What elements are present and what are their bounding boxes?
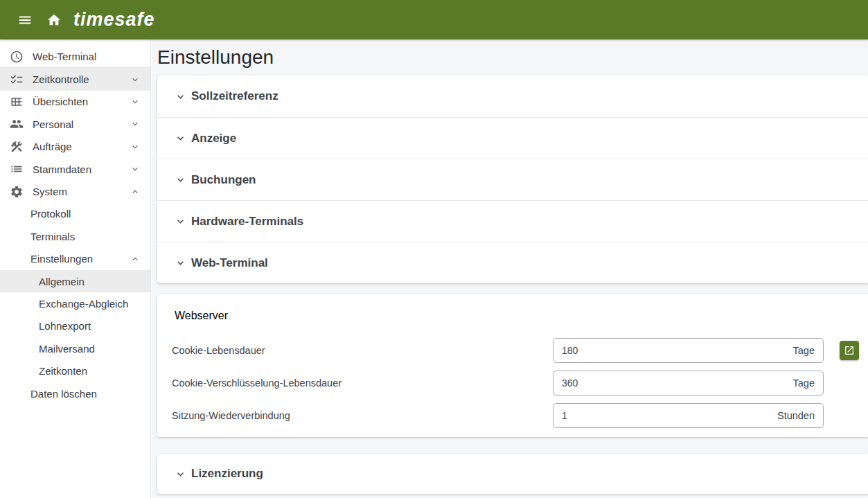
sidebar-item-uebersichten[interactable]: Übersichten [0,91,150,113]
form-row-cookie-lebensdauer: Cookie-Lebensdauer Tage [157,338,868,363]
section-anzeige[interactable]: Anzeige [157,117,868,159]
grid-icon [10,95,24,109]
sidebar-item-allgemein[interactable]: Allgemein [0,270,150,292]
sidebar-item-einstellungen[interactable]: Einstellungen [0,248,150,270]
section-sollzeitreferenz[interactable]: Sollzeitreferenz [157,75,868,117]
clock-icon [10,50,24,64]
chevron-down-icon [130,118,141,130]
open-in-new-icon [844,345,855,356]
section-title: Sollzeitreferenz [191,89,278,103]
form-row-cookie-verschluesselung: Cookie-Verschlüsselung-Lebensdauer Tage [157,371,868,395]
chevron-up-icon [130,254,141,265]
sidebar-item-label: Einstellungen [30,253,130,265]
app-header: timesafe [0,0,868,39]
field-label: Cookie-Lebensdauer [157,345,553,356]
chevron-down-icon [130,74,141,85]
list-icon [10,162,24,176]
sidebar-item-label: Protokoll [30,208,141,220]
cookie-lifetime-input[interactable] [553,338,824,363]
sidebar-item-web-terminal[interactable]: Web-Terminal [0,46,150,68]
open-in-new-button[interactable] [840,341,859,360]
sidebar-item-exchange-abgleich[interactable]: Exchange-Abgleich [0,292,150,314]
chevron-down-icon [130,96,141,107]
chevron-down-icon [130,141,141,152]
chevron-down-icon [175,132,186,144]
section-title: Anzeige [191,132,236,145]
sidebar-item-label: Allgemein [39,276,141,287]
tools-icon [10,140,24,154]
sidebar-item-protokoll[interactable]: Protokoll [0,203,150,225]
sidebar-item-label: Zeitkonten [39,365,141,377]
section-title: Hardware-Terminals [191,215,303,229]
hamburger-menu-icon[interactable] [15,10,35,30]
field-label: Cookie-Verschlüsselung-Lebensdauer [157,377,553,389]
lizenzierung-card: Lizenzierung [157,454,868,494]
settings-sections-card: Sollzeitreferenz Anzeige Buchungen Hardw… [157,75,868,283]
session-reconnect-input-group: Stunden [553,403,824,428]
sidebar-item-label: Web-Terminal [33,51,141,62]
app-logo[interactable]: timesafe [73,9,155,30]
section-lizenzierung[interactable]: Lizenzierung [157,454,868,494]
gear-icon [10,185,24,199]
chevron-down-icon [175,91,186,103]
sidebar-item-terminals[interactable]: Terminals [0,225,150,247]
sidebar-item-label: Exchange-Abgleich [39,298,141,310]
section-buchungen[interactable]: Buchungen [157,159,868,200]
chevron-down-icon [175,257,186,269]
section-title: Buchungen [191,173,256,187]
chevron-up-icon [130,186,141,197]
sidebar-item-lohnexport[interactable]: Lohnexport [0,315,150,337]
section-title: Webserver [175,310,228,322]
session-reconnect-input[interactable] [553,403,824,428]
sidebar-item-mailversand[interactable]: Mailversand [0,337,150,359]
sidebar-item-daten-loeschen[interactable]: Daten löschen [0,382,150,404]
people-icon [10,117,24,131]
page-title: Einstellungen [157,46,868,69]
sidebar-item-label: Aufträge [33,141,130,152]
sidebar-item-zeitkonten[interactable]: Zeitkonten [0,359,150,382]
sidebar-item-personal[interactable]: Personal [0,113,150,135]
sidebar-item-label: Zeitkontrolle [33,73,130,85]
checklist-icon [10,73,24,87]
sidebar-item-label: Mailversand [39,343,141,355]
sidebar-item-label: Daten löschen [30,388,141,400]
sidebar-item-system[interactable]: System [0,180,150,202]
section-title: Web-Terminal [191,256,268,270]
sidebar-item-label: System [33,186,130,197]
sidebar-item-label: Lohnexport [39,320,141,332]
home-icon[interactable] [44,10,64,30]
section-web-terminal[interactable]: Web-Terminal [157,242,868,283]
sidebar-item-label: Übersichten [33,96,130,107]
field-label: Sitzung-Wiederverbindung [157,410,553,421]
sidebar-item-label: Personal [33,118,130,130]
section-title: Lizenzierung [191,467,263,481]
chevron-down-icon [175,174,186,186]
sidebar-item-label: Terminals [30,231,141,242]
sidebar-item-auftraege[interactable]: Aufträge [0,136,150,158]
cookie-encryption-input-group: Tage [553,371,824,395]
form-row-sitzung-wiederverbindung: Sitzung-Wiederverbindung Stunden [157,403,868,428]
main-content: Einstellungen Sollzeitreferenz Anzeige B… [152,39,868,498]
sidebar: Web-Terminal Zeitkontrolle Übersichten P… [0,39,151,498]
webserver-card: Webserver Cookie-Lebensdauer Tage Cookie… [157,294,868,437]
sidebar-item-stammdaten[interactable]: Stammdaten [0,158,150,180]
sidebar-item-label: Stammdaten [33,163,130,175]
chevron-down-icon [175,215,186,227]
section-hardware-terminals[interactable]: Hardware-Terminals [157,200,868,242]
chevron-down-icon [130,163,141,175]
section-webserver[interactable]: Webserver [157,294,868,338]
cookie-lifetime-input-group: Tage [553,338,824,363]
chevron-down-icon [175,468,186,480]
cookie-encryption-lifetime-input[interactable] [553,371,824,395]
sidebar-item-zeitkontrolle[interactable]: Zeitkontrolle [0,68,150,90]
